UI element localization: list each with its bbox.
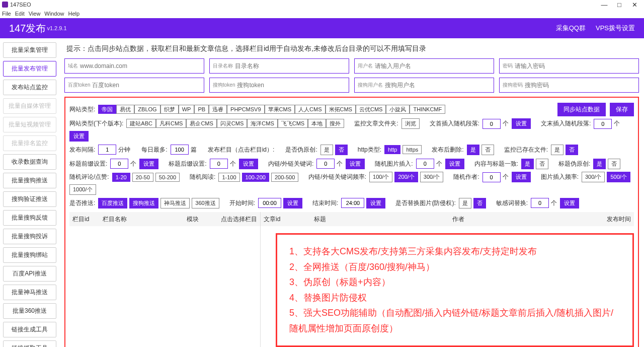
sens-input[interactable]: [531, 198, 549, 208]
https-opt[interactable]: https: [403, 145, 422, 154]
http-opt[interactable]: http: [384, 145, 400, 154]
site-type-option[interactable]: 建站ABC: [126, 119, 156, 128]
sidebar-item-8[interactable]: 搜狗验证推送: [3, 191, 56, 207]
rand-author-input[interactable]: [482, 172, 501, 182]
del-no[interactable]: 否: [481, 145, 494, 155]
site-type-option[interactable]: PHPCMSV9: [227, 105, 265, 114]
if-0[interactable]: 300/个: [582, 172, 605, 182]
push-1[interactable]: 搜狗推送: [129, 198, 158, 209]
text-input[interactable]: [80, 62, 201, 70]
tp-no[interactable]: 否: [608, 159, 620, 169]
push-3[interactable]: 360推送: [192, 198, 219, 209]
link-kw-set[interactable]: 设置: [346, 159, 365, 169]
r2-1[interactable]: 100-200: [242, 173, 269, 182]
text-input[interactable]: [385, 82, 491, 89]
r1-1[interactable]: 20-50: [132, 173, 153, 182]
ct-no[interactable]: 否: [536, 159, 548, 169]
title-pre-input[interactable]: [110, 159, 128, 169]
text-input[interactable]: [237, 82, 346, 89]
sidebar-item-15[interactable]: 链接生成工具: [3, 322, 56, 337]
sens-set[interactable]: 设置: [560, 198, 579, 209]
sidebar-item-3[interactable]: 批量自媒体管理: [3, 98, 56, 114]
sidebar-item-14[interactable]: 批量360推送: [3, 303, 56, 319]
start-time-input[interactable]: [258, 198, 281, 208]
end-time-input[interactable]: [341, 198, 364, 208]
maximize-icon[interactable]: □: [612, 1, 627, 9]
browse-button[interactable]: 浏览: [401, 118, 420, 129]
sidebar-item-11[interactable]: 批量搜狗绑站: [3, 247, 56, 263]
r2-0[interactable]: 1-100: [218, 173, 239, 182]
rand-author-set[interactable]: 设置: [512, 172, 531, 182]
title-suf-input[interactable]: [210, 159, 228, 169]
tail-rand-set[interactable]: 设置: [69, 131, 89, 142]
title-pre-set[interactable]: 设置: [139, 159, 158, 169]
menu-view[interactable]: View: [29, 11, 41, 17]
head-rand-input[interactable]: [482, 119, 501, 129]
r1-0[interactable]: 1-20: [112, 173, 130, 182]
sidebar-item-0[interactable]: 批量采集管理: [3, 42, 56, 58]
site-type-option[interactable]: 小旋风: [386, 105, 410, 114]
push-0[interactable]: 百度推送: [98, 198, 127, 209]
f-0[interactable]: 100/个: [369, 172, 392, 182]
ri-no[interactable]: 否: [473, 198, 486, 209]
link-kw-input[interactable]: [316, 159, 335, 169]
site-type-option[interactable]: 易企CMS: [186, 119, 216, 128]
site-type-option[interactable]: 迅睿: [209, 105, 227, 114]
sidebar-item-13[interactable]: 批量神马推送: [3, 285, 56, 300]
f-1[interactable]: 200/个: [394, 172, 418, 182]
text-input[interactable]: [235, 62, 346, 70]
sidebar-item-6[interactable]: 收录数据查询: [3, 154, 56, 170]
site-type-option[interactable]: 云优CMS: [356, 105, 386, 114]
site-type-option[interactable]: 本地: [308, 119, 326, 128]
site-type-option[interactable]: 海洋CMS: [247, 119, 277, 128]
sidebar-item-1[interactable]: 批量发布管理: [3, 61, 56, 77]
sync-button[interactable]: 同步站点数据: [557, 103, 606, 116]
close-icon[interactable]: ✕: [627, 1, 642, 9]
site-type-option[interactable]: PB: [194, 105, 209, 114]
sidebar-item-4[interactable]: 批量短视频管理: [3, 117, 56, 132]
sidebar-item-5[interactable]: 批量排名监控: [3, 135, 56, 151]
title-suf-set[interactable]: 设置: [239, 159, 258, 169]
ri-yes[interactable]: 是: [459, 198, 471, 209]
pseudo-no[interactable]: 否: [335, 145, 348, 155]
site-type-option[interactable]: ZBLOG: [134, 105, 160, 114]
sidebar-item-16[interactable]: 链接抓取工具: [3, 340, 56, 347]
sidebar-item-7[interactable]: 批量搜狗推送: [3, 173, 56, 188]
menu-window[interactable]: Window: [44, 11, 64, 17]
rand-img-set[interactable]: 设置: [445, 159, 464, 169]
site-type-option[interactable]: 飞飞CMS: [278, 119, 308, 128]
save-button[interactable]: 保存: [610, 103, 634, 116]
push-2[interactable]: 神马推送: [160, 198, 190, 209]
tail-rand-input[interactable]: [594, 119, 612, 129]
r1-2[interactable]: 50-200: [155, 173, 180, 182]
head-rand-set[interactable]: 设置: [512, 118, 531, 129]
text-input[interactable]: [515, 62, 635, 70]
tp-yes[interactable]: 是: [593, 159, 606, 169]
del-yes[interactable]: 是: [467, 145, 479, 155]
start-time-set[interactable]: 设置: [283, 198, 302, 209]
sidebar-item-12[interactable]: 百度API推送: [3, 266, 56, 282]
vps-settings-link[interactable]: VPS拨号设置: [596, 24, 635, 33]
menu-help[interactable]: Help: [68, 11, 79, 17]
if-1[interactable]: 500/个: [607, 172, 630, 182]
menu-file[interactable]: File: [2, 11, 11, 17]
sidebar-item-2[interactable]: 发布站点监控: [3, 80, 56, 95]
if-2[interactable]: 1000/个: [69, 184, 96, 195]
watch-yes[interactable]: 是: [551, 145, 564, 155]
site-type-option[interactable]: WP: [179, 105, 195, 114]
site-type-option[interactable]: 闪灵CMS: [217, 119, 247, 128]
site-type-option[interactable]: 米拓CMS: [326, 105, 356, 114]
sidebar-item-9[interactable]: 批量搜狗反馈: [3, 210, 56, 226]
ct-yes[interactable]: 是: [521, 159, 534, 169]
site-type-option[interactable]: 凡科CMS: [156, 119, 186, 128]
pseudo-yes[interactable]: 是: [320, 145, 333, 155]
daily-input[interactable]: [171, 145, 189, 155]
text-input[interactable]: [92, 82, 201, 89]
site-type-option[interactable]: 帝国: [98, 105, 116, 114]
qq-group-link[interactable]: 采集QQ群: [556, 24, 586, 33]
end-time-set[interactable]: 设置: [366, 198, 385, 209]
rand-img-input[interactable]: [416, 159, 434, 169]
site-type-option[interactable]: 苹果CMS: [265, 105, 295, 114]
site-type-option[interactable]: 人人CMS: [295, 105, 325, 114]
r2-2[interactable]: 200-500: [271, 173, 298, 182]
